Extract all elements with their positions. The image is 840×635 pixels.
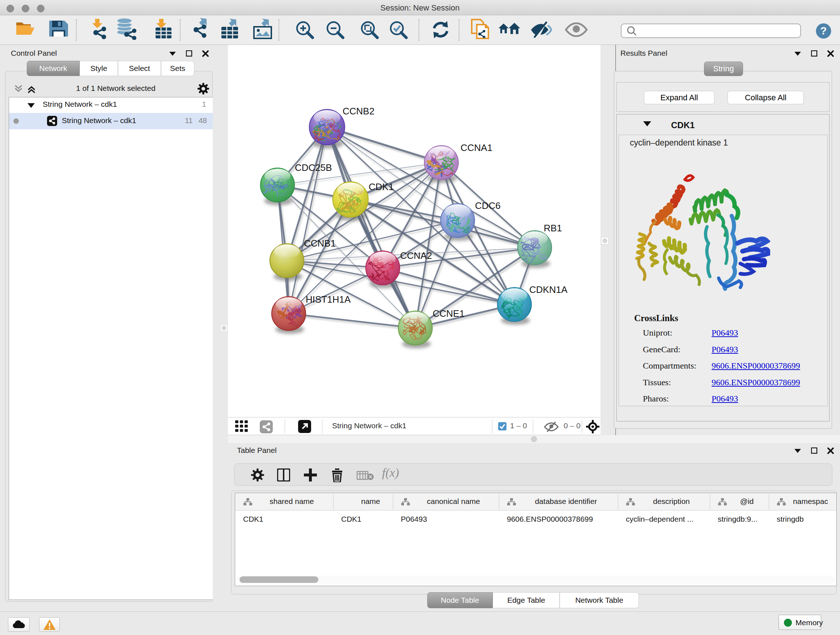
svg-text:RB1: RB1 xyxy=(544,223,562,233)
svg-text:CCNB2: CCNB2 xyxy=(343,106,374,117)
svg-text:CDC6: CDC6 xyxy=(475,200,501,211)
svg-text:CDKN1A: CDKN1A xyxy=(529,284,568,295)
svg-text:CCNE1: CCNE1 xyxy=(433,308,464,319)
svg-text:HIST1H1A: HIST1H1A xyxy=(306,294,351,305)
svg-text:CCNB1: CCNB1 xyxy=(304,238,336,249)
svg-text:CCNA2: CCNA2 xyxy=(400,250,432,261)
svg-text:CDC25B: CDC25B xyxy=(295,162,332,173)
svg-text:CCNA1: CCNA1 xyxy=(461,142,493,153)
svg-text:?: ? xyxy=(820,25,827,36)
svg-text:CDK1: CDK1 xyxy=(369,181,393,192)
